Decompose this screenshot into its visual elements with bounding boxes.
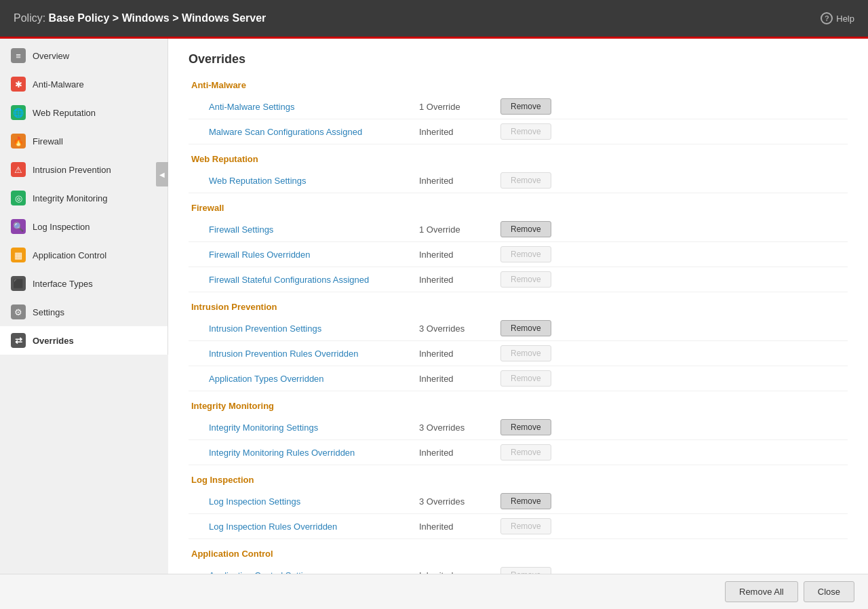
- header-title: Policy: Base Policy > Windows > Windows …: [14, 12, 266, 24]
- override-label: Log Inspection Rules Overridden: [209, 522, 419, 532]
- override-status: Inherited: [419, 250, 500, 260]
- sidebar-label-web-reputation: Web Reputation: [33, 108, 96, 118]
- override-row: Application Control SettingsInheritedRem…: [189, 563, 848, 574]
- override-row: Web Reputation SettingsInheritedRemove: [189, 168, 848, 193]
- section-firewall: FirewallFirewall Settings1 OverrideRemov…: [189, 203, 848, 292]
- sidebar-label-overrides: Overrides: [33, 336, 74, 346]
- anti-malware-icon: ✱: [11, 77, 26, 92]
- override-row: Integrity Monitoring Settings3 Overrides…: [189, 415, 848, 440]
- interface-types-icon: ⬛: [11, 276, 26, 291]
- remove-button: Remove: [500, 271, 551, 288]
- section-header-application-control: Application Control: [189, 549, 848, 559]
- sidebar-item-anti-malware[interactable]: ✱ Anti-Malware: [0, 70, 167, 98]
- sidebar-label-anti-malware: Anti-Malware: [33, 79, 84, 90]
- override-label: Application Control Settings: [209, 570, 419, 574]
- integrity-monitoring-icon: ◎: [11, 191, 26, 205]
- override-row: Firewall Rules OverriddenInheritedRemove: [189, 242, 848, 267]
- override-label: Intrusion Prevention Settings: [209, 323, 419, 334]
- override-status: 3 Overrides: [419, 423, 500, 433]
- section-web-reputation: Web ReputationWeb Reputation SettingsInh…: [189, 154, 848, 193]
- remove-button[interactable]: Remove: [500, 493, 551, 509]
- remove-button: Remove: [500, 123, 551, 140]
- remove-button: Remove: [500, 246, 551, 262]
- override-label: Integrity Monitoring Settings: [209, 423, 419, 433]
- remove-button: Remove: [500, 345, 551, 361]
- section-anti-malware: Anti-MalwareAnti-Malware Settings1 Overr…: [189, 80, 848, 144]
- override-status: Inherited: [419, 374, 500, 384]
- section-header-integrity-monitoring: Integrity Monitoring: [189, 401, 848, 411]
- settings-icon: ⚙: [11, 304, 26, 319]
- override-row: Log Inspection Rules OverriddenInherited…: [189, 514, 848, 539]
- section-header-firewall: Firewall: [189, 203, 848, 213]
- remove-button[interactable]: Remove: [500, 419, 551, 435]
- override-label: Firewall Rules Overridden: [209, 250, 419, 260]
- sidebar-item-intrusion-prevention[interactable]: ⚠ Intrusion Prevention: [0, 155, 167, 184]
- sidebar-label-intrusion-prevention: Intrusion Prevention: [33, 165, 111, 175]
- sidebar-item-web-reputation[interactable]: 🌐 Web Reputation: [0, 98, 167, 127]
- sidebar: ≡ Overview ✱ Anti-Malware 🌐 Web Reputati…: [0, 39, 168, 355]
- override-label: Intrusion Prevention Rules Overridden: [209, 349, 419, 359]
- sidebar-label-interface-types: Interface Types: [33, 279, 93, 289]
- remove-button: Remove: [500, 567, 551, 574]
- override-row: Firewall Settings1 OverrideRemove: [189, 217, 848, 242]
- overview-icon: ≡: [11, 48, 26, 63]
- override-status: Inherited: [419, 448, 500, 458]
- sidebar-item-interface-types[interactable]: ⬛ Interface Types: [0, 269, 167, 298]
- help-button[interactable]: ? Help: [821, 12, 854, 24]
- override-label: Web Reputation Settings: [209, 176, 419, 186]
- sidebar-item-overrides[interactable]: ⇄ Overrides: [0, 326, 167, 355]
- overrides-icon: ⇄: [11, 333, 26, 348]
- sidebar-wrapper: ≡ Overview ✱ Anti-Malware 🌐 Web Reputati…: [0, 39, 168, 574]
- page-title: Overrides: [189, 52, 848, 66]
- override-label: Firewall Stateful Configurations Assigne…: [209, 275, 419, 285]
- override-row: Malware Scan Configurations AssignedInhe…: [189, 119, 848, 144]
- override-status: Inherited: [419, 522, 500, 532]
- sidebar-label-integrity-monitoring: Integrity Monitoring: [33, 193, 108, 203]
- override-status: 3 Overrides: [419, 323, 500, 334]
- override-label: Integrity Monitoring Rules Overridden: [209, 448, 419, 458]
- log-inspection-icon: 🔍: [11, 219, 26, 234]
- override-row: Intrusion Prevention Rules OverriddenInh…: [189, 341, 848, 366]
- application-control-icon: ▦: [11, 248, 26, 262]
- override-status: Inherited: [419, 176, 500, 186]
- override-row: Log Inspection Settings3 OverridesRemove: [189, 489, 848, 514]
- remove-button: Remove: [500, 370, 551, 387]
- override-row: Application Types OverriddenInheritedRem…: [189, 366, 848, 391]
- sidebar-label-log-inspection: Log Inspection: [33, 222, 90, 232]
- override-status: 1 Override: [419, 224, 500, 235]
- override-label: Application Types Overridden: [209, 374, 419, 384]
- close-button[interactable]: Close: [804, 581, 854, 602]
- section-log-inspection: Log InspectionLog Inspection Settings3 O…: [189, 475, 848, 539]
- sidebar-item-log-inspection[interactable]: 🔍 Log Inspection: [0, 212, 167, 241]
- sidebar-item-application-control[interactable]: ▦ Application Control: [0, 241, 167, 269]
- override-row: Anti-Malware Settings1 OverrideRemove: [189, 94, 848, 119]
- override-label: Firewall Settings: [209, 224, 419, 235]
- remove-all-button[interactable]: Remove All: [725, 581, 798, 602]
- section-intrusion-prevention: Intrusion PreventionIntrusion Prevention…: [189, 302, 848, 391]
- override-status: 1 Override: [419, 102, 500, 112]
- override-label: Anti-Malware Settings: [209, 102, 419, 112]
- section-header-intrusion-prevention: Intrusion Prevention: [189, 302, 848, 312]
- section-application-control: Application ControlApplication Control S…: [189, 549, 848, 574]
- collapse-sidebar-button[interactable]: ◀: [156, 162, 168, 186]
- sidebar-label-application-control: Application Control: [33, 250, 106, 260]
- override-status: Inherited: [419, 275, 500, 285]
- remove-button[interactable]: Remove: [500, 320, 551, 336]
- sidebar-item-firewall[interactable]: 🔥 Firewall: [0, 127, 167, 155]
- remove-button[interactable]: Remove: [500, 98, 551, 115]
- overrides-content: Anti-MalwareAnti-Malware Settings1 Overr…: [189, 80, 848, 574]
- sidebar-label-settings: Settings: [33, 307, 64, 317]
- override-row: Firewall Stateful Configurations Assigne…: [189, 267, 848, 292]
- sidebar-item-settings[interactable]: ⚙ Settings: [0, 298, 167, 326]
- override-label: Malware Scan Configurations Assigned: [209, 127, 419, 137]
- header: Policy: Base Policy > Windows > Windows …: [0, 0, 868, 37]
- sidebar-item-overview[interactable]: ≡ Overview: [0, 41, 167, 70]
- content-area: Overrides Anti-MalwareAnti-Malware Setti…: [168, 39, 868, 574]
- section-integrity-monitoring: Integrity MonitoringIntegrity Monitoring…: [189, 401, 848, 465]
- firewall-icon: 🔥: [11, 134, 26, 149]
- sidebar-item-integrity-monitoring[interactable]: ◎ Integrity Monitoring: [0, 184, 167, 212]
- footer: Remove All Close: [0, 574, 868, 609]
- web-reputation-icon: 🌐: [11, 105, 26, 120]
- override-status: Inherited: [419, 127, 500, 137]
- remove-button[interactable]: Remove: [500, 221, 551, 237]
